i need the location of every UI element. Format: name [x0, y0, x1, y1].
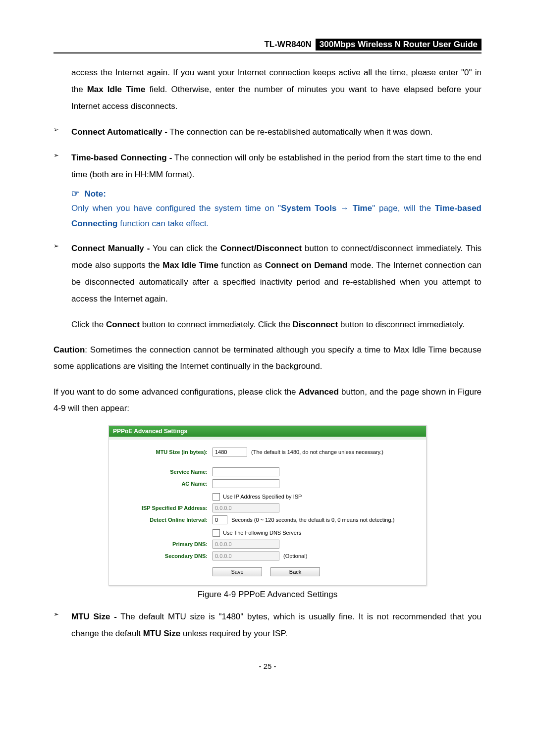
input-isp-ip[interactable]: [213, 504, 279, 512]
text: Only when you have configured the system…: [71, 203, 281, 213]
text: button to disconnect immediately.: [338, 320, 465, 329]
hint-optional: (Optional): [279, 553, 307, 559]
bullet-label: Connect Manually -: [71, 244, 150, 253]
label-isp-ip: ISP Specified IP Address:: [116, 505, 213, 511]
bold-advanced: Advanced: [299, 387, 339, 397]
caution-text: : Sometimes the connection cannot be ter…: [54, 345, 482, 371]
caution-para: Caution: Sometimes the connection cannot…: [54, 342, 482, 374]
bold-connect-disconnect: Connect/Disconnect: [220, 244, 302, 253]
bold-max-idle-time: Max Idle Time: [162, 260, 218, 270]
text: button to connect immediately. Click the: [140, 320, 293, 329]
header-title: 300Mbps Wireless N Router User Guide: [316, 39, 482, 50]
row-mtu: MTU Size (in bytes): (The default is 148…: [116, 448, 419, 456]
label-secondary-dns: Secondary DNS:: [116, 553, 213, 559]
input-ac-name[interactable]: [213, 479, 279, 488]
bullet-time-based: ➢ Time-based Connecting - The connection…: [54, 150, 482, 183]
text: unless required by your ISP.: [180, 629, 287, 638]
label-use-ip: Use IP Address Specified by ISP: [223, 494, 302, 500]
bullet-icon: ➢: [54, 124, 71, 141]
bullet-label: Connect Automatically -: [71, 127, 167, 137]
note-body: Only when you have configured the system…: [71, 201, 482, 231]
label-mtu: MTU Size (in bytes):: [116, 449, 213, 455]
bullet-icon: ➢: [54, 608, 71, 642]
bullet-icon: ➢: [54, 150, 71, 183]
row-primary-dns: Primary DNS:: [116, 540, 419, 549]
label-detect: Detect Online Interval:: [116, 517, 213, 523]
hint-detect: Seconds (0 ~ 120 seconds, the default is…: [227, 517, 394, 523]
hint-mtu: (The default is 1480, do not change unle…: [247, 449, 383, 455]
text: You can click the: [150, 244, 220, 253]
row-isp-ip: ISP Specified IP Address:: [116, 504, 419, 512]
text: " page, will the: [372, 203, 435, 213]
input-secondary-dns[interactable]: [213, 552, 279, 560]
save-button[interactable]: Save: [213, 567, 262, 576]
click-connect-para: Click the Connect button to connect imme…: [71, 316, 482, 333]
text: Click the: [71, 320, 106, 329]
back-button[interactable]: Back: [270, 567, 320, 576]
text: function as: [218, 260, 265, 270]
page-number: - 25 -: [54, 662, 482, 670]
label-ac-name: AC Name:: [116, 481, 213, 487]
bold-disconnect: Disconnect: [293, 320, 338, 329]
bold-mtu-size: MTU Size: [143, 629, 181, 638]
bullet-connect-automatically: ➢ Connect Automatically - The connection…: [54, 124, 482, 141]
advanced-para: If you want to do some advanced configur…: [54, 384, 482, 416]
bold-max-idle-time: Max Idle Time: [87, 85, 146, 94]
page-header: TL-WR840N 300Mbps Wireless N Router User…: [54, 39, 482, 53]
input-mtu[interactable]: [213, 448, 247, 456]
text: function can take effect.: [118, 219, 209, 228]
row-service-name: Service Name:: [116, 467, 419, 476]
panel-title: PPPoE Advanced Settings: [109, 426, 426, 437]
checkbox-use-ip[interactable]: [213, 493, 220, 501]
label-primary-dns: Primary DNS:: [116, 541, 213, 547]
bullet-body: The connection can be re-established aut…: [167, 127, 433, 137]
input-service-name[interactable]: [213, 467, 279, 476]
row-secondary-dns: Secondary DNS: (Optional): [116, 552, 419, 560]
bullet-connect-manually: ➢ Connect Manually - You can click the C…: [54, 240, 482, 307]
note-heading: Note:: [84, 189, 106, 199]
bullet-label: MTU Size -: [71, 612, 117, 621]
pppoe-advanced-settings-panel: PPPoE Advanced Settings MTU Size (in byt…: [108, 425, 427, 586]
checkbox-use-dns[interactable]: [213, 529, 220, 537]
input-detect-interval[interactable]: [213, 515, 227, 524]
figure-caption: Figure 4-9 PPPoE Advanced Settings: [54, 590, 482, 600]
hand-point-icon: ☞: [71, 189, 79, 199]
bullet-label: Time-based Connecting -: [71, 153, 172, 162]
button-row: Save Back: [213, 567, 419, 576]
row-use-ip-checkbox: Use IP Address Specified by ISP: [213, 493, 419, 501]
note-block: ☞ Note: Only when you have configured th…: [71, 188, 482, 231]
header-model: TL-WR840N: [264, 40, 315, 50]
label-use-dns: Use The Following DNS Servers: [223, 530, 301, 536]
bullet-icon: ➢: [54, 240, 71, 307]
label-service-name: Service Name:: [116, 469, 213, 475]
intro-continuation: access the Internet again. If you want y…: [71, 64, 482, 115]
bold-connect-on-demand: Connect on Demand: [265, 260, 348, 270]
bullet-mtu-size: ➢ MTU Size - The default MTU size is "14…: [54, 608, 482, 642]
row-use-dns-checkbox: Use The Following DNS Servers: [213, 529, 419, 537]
row-detect-interval: Detect Online Interval: Seconds (0 ~ 120…: [116, 515, 419, 524]
bold-connect: Connect: [106, 320, 140, 329]
text: If you want to do some advanced configur…: [54, 387, 299, 397]
input-primary-dns[interactable]: [213, 540, 279, 549]
bold-system-tools-time: System Tools → Time: [281, 203, 372, 213]
row-ac-name: AC Name:: [116, 479, 419, 488]
caution-label: Caution: [54, 345, 85, 354]
